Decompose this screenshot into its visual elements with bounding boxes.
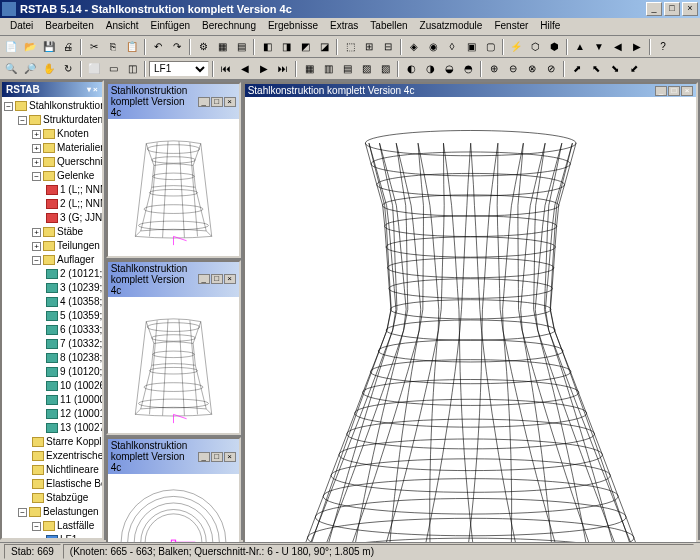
- tool-icon[interactable]: ⬡: [526, 38, 544, 56]
- panel-min-icon[interactable]: _: [198, 452, 210, 462]
- tool-icon[interactable]: ▨: [357, 60, 375, 78]
- tree-node[interactable]: Exzentrische Anschlüsse: [4, 449, 100, 463]
- copy-icon[interactable]: ⎘: [104, 38, 122, 56]
- panel-min-icon[interactable]: _: [198, 97, 210, 107]
- menu-ergebnisse[interactable]: Ergebnisse: [262, 19, 324, 34]
- redo-icon[interactable]: ↷: [168, 38, 186, 56]
- panel-max-icon[interactable]: □: [668, 86, 680, 96]
- view-icon[interactable]: ◫: [123, 60, 141, 78]
- tool-icon[interactable]: ⬉: [587, 60, 605, 78]
- tree-node[interactable]: 8 (10238; JJJ JJJ Alpha=-180°): [4, 351, 100, 365]
- tool-icon[interactable]: ◨: [277, 38, 295, 56]
- tree-node[interactable]: 11 (10000; JJJ JJJ Alpha=-270°): [4, 393, 100, 407]
- tool-icon[interactable]: ◑: [421, 60, 439, 78]
- tree-node[interactable]: 5 (10359; JJJ JJJ Alpha=-90°): [4, 309, 100, 323]
- menu-hilfe[interactable]: Hilfe: [534, 19, 566, 34]
- tree-node[interactable]: −Gelenke: [4, 169, 100, 183]
- tool-icon[interactable]: ↻: [59, 60, 77, 78]
- help-icon[interactable]: ?: [654, 38, 672, 56]
- tool-icon[interactable]: ⊘: [542, 60, 560, 78]
- nav-last-icon[interactable]: ⏭: [274, 60, 292, 78]
- tool-icon[interactable]: ◧: [258, 38, 276, 56]
- panel-close-icon[interactable]: ×: [224, 274, 236, 284]
- maximize-button[interactable]: □: [664, 2, 680, 16]
- panel-close-icon[interactable]: ×: [224, 97, 236, 107]
- tool-icon[interactable]: ✋: [40, 60, 58, 78]
- tree-node[interactable]: 10 (10026; JJJ JJJ Alpha=-240°): [4, 379, 100, 393]
- tool-icon[interactable]: ▤: [232, 38, 250, 56]
- tool-icon[interactable]: ▲: [571, 38, 589, 56]
- tool-icon[interactable]: ◩: [296, 38, 314, 56]
- viewport-main[interactable]: [245, 97, 696, 560]
- tool-icon[interactable]: ◐: [402, 60, 420, 78]
- tool-icon[interactable]: ▥: [319, 60, 337, 78]
- tool-icon[interactable]: ◀: [609, 38, 627, 56]
- tree-node[interactable]: Elastische Bettungen: [4, 477, 100, 491]
- tree-node[interactable]: 1 (L;; NNN NJJ): [4, 183, 100, 197]
- menu-berechnung[interactable]: Berechnung: [196, 19, 262, 34]
- tree-node[interactable]: 13 (10027; JJJ JJJ Alpha=-330°): [4, 421, 100, 435]
- tree-node[interactable]: −Stahlkonstruktion komplett Version 4c*: [4, 99, 100, 113]
- menu-fenster[interactable]: Fenster: [488, 19, 534, 34]
- tool-icon[interactable]: ◊: [443, 38, 461, 56]
- tool-icon[interactable]: ⬈: [568, 60, 586, 78]
- nav-first-icon[interactable]: ⏮: [217, 60, 235, 78]
- panel-min-icon[interactable]: _: [655, 86, 667, 96]
- tree-node[interactable]: +Knoten: [4, 127, 100, 141]
- tree-node[interactable]: +Querschnitte: [4, 155, 100, 169]
- tool-icon[interactable]: ▶: [628, 38, 646, 56]
- tool-icon[interactable]: ⚙: [194, 38, 212, 56]
- viewport[interactable]: [108, 297, 239, 434]
- close-button[interactable]: ×: [682, 2, 698, 16]
- undo-icon[interactable]: ↶: [149, 38, 167, 56]
- tool-icon[interactable]: ◒: [440, 60, 458, 78]
- tree-node[interactable]: +Materialien: [4, 141, 100, 155]
- tool-icon[interactable]: ▣: [462, 38, 480, 56]
- tree-node[interactable]: 6 (10333; JJJ JJJ Alpha=-120°): [4, 323, 100, 337]
- tool-icon[interactable]: ⬢: [545, 38, 563, 56]
- tool-icon[interactable]: ◉: [424, 38, 442, 56]
- tool-icon[interactable]: ▼: [590, 38, 608, 56]
- tree-node[interactable]: 9 (10120; JJJ JJJ Alpha=-210°): [4, 365, 100, 379]
- open-icon[interactable]: 📂: [21, 38, 39, 56]
- paste-icon[interactable]: 📋: [123, 38, 141, 56]
- zoom-icon[interactable]: 🔎: [21, 60, 39, 78]
- tree-node[interactable]: 2 (L;; NNN NJJ): [4, 197, 100, 211]
- viewport[interactable]: [108, 119, 239, 256]
- tool-icon[interactable]: ◈: [405, 38, 423, 56]
- tool-icon[interactable]: ▦: [300, 60, 318, 78]
- tool-icon[interactable]: ⊞: [360, 38, 378, 56]
- menu-ansicht[interactable]: Ansicht: [100, 19, 145, 34]
- menu-tabellen[interactable]: Tabellen: [364, 19, 413, 34]
- tool-icon[interactable]: ⊖: [504, 60, 522, 78]
- tool-icon[interactable]: ▧: [376, 60, 394, 78]
- tool-icon[interactable]: ⊕: [485, 60, 503, 78]
- panel-min-icon[interactable]: _: [198, 274, 210, 284]
- tree-node[interactable]: −Auflager: [4, 253, 100, 267]
- tree-node[interactable]: +Stäbe: [4, 225, 100, 239]
- tree-node[interactable]: LF1: [4, 533, 100, 540]
- panel-max-icon[interactable]: □: [211, 452, 223, 462]
- panel-max-icon[interactable]: □: [211, 97, 223, 107]
- tool-icon[interactable]: ▢: [481, 38, 499, 56]
- tool-icon[interactable]: ▤: [338, 60, 356, 78]
- minimize-button[interactable]: _: [646, 2, 662, 16]
- tool-icon[interactable]: ⬚: [341, 38, 359, 56]
- menu-zusatzmodule[interactable]: Zusatzmodule: [414, 19, 489, 34]
- lightning-icon[interactable]: ⚡: [507, 38, 525, 56]
- tool-icon[interactable]: ◓: [459, 60, 477, 78]
- tree-node[interactable]: −Lastfälle: [4, 519, 100, 533]
- nav-prev-icon[interactable]: ◀: [236, 60, 254, 78]
- menu-bearbeiten[interactable]: Bearbeiten: [39, 19, 99, 34]
- tool-icon[interactable]: ⬊: [606, 60, 624, 78]
- tree-node[interactable]: −Strukturdaten: [4, 113, 100, 127]
- tree-node[interactable]: 4 (10358; JJJ JJJ Alpha=-60°): [4, 295, 100, 309]
- tree-node[interactable]: +Teilungen: [4, 239, 100, 253]
- tool-icon[interactable]: ⊗: [523, 60, 541, 78]
- panel-close-icon[interactable]: ×: [681, 86, 693, 96]
- tree-node[interactable]: 3 (G; JJN JJJ): [4, 211, 100, 225]
- menu-datei[interactable]: Datei: [4, 19, 39, 34]
- tool-icon[interactable]: ▦: [213, 38, 231, 56]
- cut-icon[interactable]: ✂: [85, 38, 103, 56]
- loadcase-select[interactable]: LF1: [149, 61, 209, 77]
